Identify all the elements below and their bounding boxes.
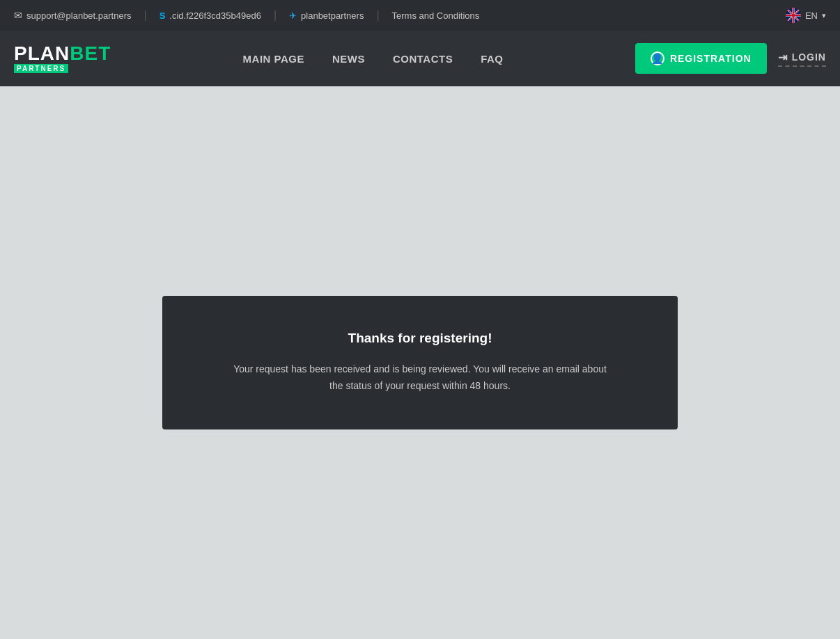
terms-link[interactable]: Terms and Conditions xyxy=(380,10,492,21)
success-body-line2: the status of your request within 48 hou… xyxy=(329,380,511,391)
flag-icon xyxy=(786,8,801,23)
success-card: Thanks for registering! Your request has… xyxy=(162,296,678,429)
top-bar-right: EN ▾ xyxy=(786,8,826,23)
login-button[interactable]: ⇥ LOGIN xyxy=(778,51,826,67)
lang-text: EN xyxy=(805,10,818,21)
telegram-text: planbetpartners xyxy=(301,10,364,21)
nav-actions: 👤 REGISTRATION ⇥ LOGIN xyxy=(635,43,826,74)
nav-bar: PLANBET PARTNERS MAIN PAGE NEWS CONTACTS… xyxy=(0,31,840,86)
registration-button[interactable]: 👤 REGISTRATION xyxy=(635,43,767,74)
success-body: Your request has been received and is be… xyxy=(218,361,622,395)
login-label: LOGIN xyxy=(792,52,826,63)
logo-partners: PARTNERS xyxy=(14,64,68,73)
nav-links: MAIN PAGE NEWS CONTACTS FAQ xyxy=(243,53,504,65)
nav-faq[interactable]: FAQ xyxy=(481,53,503,65)
login-arrow-icon: ⇥ xyxy=(778,51,788,64)
logo-text: PLANBET xyxy=(14,44,111,63)
language-selector[interactable]: EN ▾ xyxy=(786,8,826,23)
logo-plan: PLAN xyxy=(14,42,70,64)
registration-icon: 👤 xyxy=(651,52,664,65)
logo[interactable]: PLANBET PARTNERS xyxy=(14,44,111,73)
skype-icon: S xyxy=(160,10,166,21)
skype-link[interactable]: S .cid.f226f3cd35b49ed6 xyxy=(147,10,274,21)
main-content: Thanks for registering! Your request has… xyxy=(0,86,840,639)
top-bar-left: ✉ support@planbet.partners | S .cid.f226… xyxy=(14,9,786,22)
skype-text: .cid.f226f3cd35b49ed6 xyxy=(169,10,261,21)
top-bar: ✉ support@planbet.partners | S .cid.f226… xyxy=(0,0,840,31)
telegram-icon: ✈ xyxy=(289,10,297,21)
email-link[interactable]: ✉ support@planbet.partners xyxy=(14,10,144,21)
telegram-link[interactable]: ✈ planbetpartners xyxy=(277,10,376,21)
logo-bet: BET xyxy=(70,42,111,64)
nav-main-page[interactable]: MAIN PAGE xyxy=(243,53,304,65)
nav-news[interactable]: NEWS xyxy=(332,53,365,65)
email-text: support@planbet.partners xyxy=(26,10,132,21)
success-title: Thanks for registering! xyxy=(218,331,622,346)
terms-text: Terms and Conditions xyxy=(392,10,480,21)
registration-label: REGISTRATION xyxy=(670,53,752,64)
chevron-down-icon: ▾ xyxy=(822,11,826,20)
email-icon: ✉ xyxy=(14,10,22,21)
nav-contacts[interactable]: CONTACTS xyxy=(393,53,453,65)
success-body-line1: Your request has been received and is be… xyxy=(233,363,607,374)
